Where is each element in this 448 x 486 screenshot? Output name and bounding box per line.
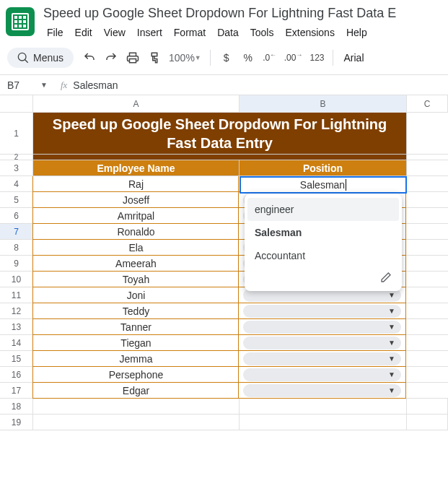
percent-button[interactable]: % [238, 47, 258, 69]
row-header[interactable]: 7 [0, 224, 33, 240]
row-header[interactable]: 11 [0, 287, 33, 303]
row-header[interactable]: 18 [0, 399, 33, 415]
cell[interactable] [407, 399, 448, 415]
cell[interactable] [406, 256, 448, 272]
decrease-decimal-button[interactable]: .0← [260, 47, 280, 69]
sheets-logo[interactable] [6, 7, 35, 36]
cell-position[interactable]: ▼ [239, 319, 406, 335]
header-name[interactable]: Employee Name [33, 160, 240, 176]
cell[interactable] [407, 113, 448, 155]
cell-name[interactable]: Amritpal [32, 208, 239, 224]
cell-name[interactable]: Ela [32, 240, 239, 256]
cell[interactable] [33, 415, 240, 430]
row-header[interactable]: 5 [0, 192, 33, 208]
cell[interactable] [407, 155, 448, 160]
menu-data[interactable]: Data [212, 24, 244, 41]
cell[interactable] [406, 176, 448, 192]
cell[interactable] [406, 208, 448, 224]
cell-position[interactable]: ▼ [239, 303, 406, 319]
cell-position[interactable]: ▼ [239, 335, 406, 351]
zoom-select[interactable]: 100% ▼ [166, 47, 204, 69]
menu-extensions[interactable]: Extensions [280, 24, 339, 41]
currency-button[interactable]: $ [216, 47, 237, 69]
dropdown-option[interactable]: Accountant [245, 244, 402, 267]
undo-button[interactable] [79, 47, 100, 69]
cell[interactable] [406, 272, 448, 287]
font-select[interactable]: Arial [343, 52, 364, 64]
title-cell[interactable]: Speed up Google Sheet Dropdown For Light… [33, 113, 407, 155]
cell[interactable] [406, 383, 448, 399]
cell[interactable] [406, 240, 448, 256]
cell-position[interactable]: ▼ [239, 351, 406, 367]
row-header[interactable]: 3 [0, 160, 33, 176]
cell-position[interactable]: ▼ [239, 383, 406, 399]
cell[interactable] [240, 399, 407, 415]
increase-decimal-button[interactable]: .00→ [281, 47, 306, 69]
row-header[interactable]: 1 [0, 113, 33, 155]
menu-edit[interactable]: Edit [70, 24, 97, 41]
dropdown-chip[interactable]: ▼ [243, 321, 401, 334]
row-header[interactable]: 6 [0, 208, 33, 224]
cell-position[interactable]: ▼ [239, 367, 406, 383]
cell-name[interactable]: Edgar [32, 383, 239, 399]
cell[interactable] [406, 367, 448, 383]
redo-button[interactable] [101, 47, 121, 69]
row-header[interactable]: 14 [0, 335, 33, 351]
paint-format-button[interactable] [144, 47, 164, 69]
cell-name[interactable]: Joni [32, 287, 239, 303]
menu-format[interactable]: Format [169, 24, 211, 41]
row-header[interactable]: 16 [0, 367, 33, 383]
row-header[interactable]: 13 [0, 319, 33, 335]
print-button[interactable] [123, 47, 143, 69]
menu-view[interactable]: View [99, 24, 131, 41]
dropdown-chip[interactable]: ▼ [243, 368, 401, 381]
menu-tools[interactable]: Tools [245, 24, 279, 41]
row-header[interactable]: 12 [0, 303, 33, 319]
cell-name[interactable]: Tanner [32, 319, 239, 335]
col-header-c[interactable]: C [407, 95, 448, 112]
cell[interactable] [406, 287, 448, 303]
menu-help[interactable]: Help [341, 24, 372, 41]
cell-name[interactable]: Persephone [32, 367, 239, 383]
dropdown-option[interactable]: Salesman [245, 221, 402, 244]
row-header[interactable]: 9 [0, 256, 33, 272]
col-header-a[interactable]: A [33, 95, 240, 112]
cell-name[interactable]: Toyah [32, 272, 239, 287]
name-box[interactable]: B7 [0, 79, 36, 91]
row-header[interactable]: 19 [0, 415, 33, 430]
menu-insert[interactable]: Insert [132, 24, 167, 41]
cell[interactable] [406, 319, 448, 335]
active-cell-editor[interactable]: Salesman [240, 176, 407, 194]
row-header[interactable]: 17 [0, 383, 33, 399]
cell[interactable] [240, 415, 407, 430]
cell-name[interactable]: Jemma [32, 351, 239, 367]
row-header[interactable]: 15 [0, 351, 33, 367]
number-format-button[interactable]: 123 [307, 47, 327, 69]
dropdown-chip[interactable]: ▼ [243, 352, 401, 365]
cell[interactable] [407, 160, 448, 176]
name-box-dropdown-icon[interactable]: ▼ [36, 81, 61, 89]
cell-name[interactable]: Tiegan [32, 335, 239, 351]
formula-bar[interactable]: Salesman [73, 79, 118, 91]
cell-name[interactable]: Joseff [32, 192, 239, 208]
menu-file[interactable]: File [42, 24, 69, 41]
cell-name[interactable]: Raj [32, 176, 239, 192]
col-header-b[interactable]: B [240, 95, 407, 112]
cell[interactable] [406, 224, 448, 240]
cell[interactable] [33, 155, 407, 160]
cell-name[interactable]: Ronaldo [32, 224, 239, 240]
cell[interactable] [406, 192, 448, 208]
cell[interactable] [406, 303, 448, 319]
row-header[interactable]: 4 [0, 176, 33, 192]
cell[interactable] [406, 351, 448, 367]
row-header[interactable]: 10 [0, 272, 33, 287]
cell[interactable] [33, 399, 240, 415]
menus-search-button[interactable]: Menus [7, 48, 74, 68]
dropdown-chip[interactable]: ▼ [243, 337, 401, 350]
cell[interactable] [406, 335, 448, 351]
row-header[interactable]: 8 [0, 240, 33, 256]
cell-name[interactable]: Teddy [32, 303, 239, 319]
cell-name[interactable]: Ameerah [32, 256, 239, 272]
dropdown-chip[interactable]: ▼ [243, 305, 401, 318]
select-all-corner[interactable] [0, 95, 33, 112]
